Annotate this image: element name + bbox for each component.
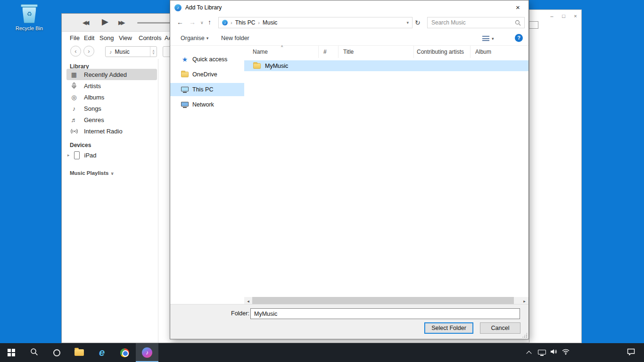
view-mode-button[interactable]: ▾ [482, 35, 496, 42]
column-header-title[interactable]: Title [339, 46, 414, 58]
taskbar-search-button[interactable] [23, 343, 45, 362]
volume-slider[interactable] [137, 22, 171, 24]
music-playlists-header[interactable]: Music Playlists∨ [70, 170, 114, 176]
scroll-left-icon[interactable]: ◂ [244, 299, 252, 304]
rewind-button[interactable]: ◀◀ [83, 19, 87, 26]
address-dropdown-icon[interactable]: ▾ [406, 20, 409, 25]
search-input[interactable] [428, 19, 515, 26]
menu-controls[interactable]: Controls [139, 34, 161, 41]
itunes-forward-button[interactable]: › [83, 46, 94, 57]
music-note-icon: ♪ [109, 49, 112, 55]
organise-menu[interactable]: Organise ▾ [181, 35, 208, 41]
nav-item-onedrive[interactable]: OneDrive [170, 68, 244, 81]
expand-chevron-icon[interactable]: ▸ [67, 153, 70, 157]
album-icon: ◎ [70, 94, 78, 101]
back-button[interactable]: ← [177, 18, 183, 26]
nav-item-this-pc[interactable]: This PC [170, 83, 244, 96]
internet-explorer-button[interactable]: e [91, 343, 113, 362]
recycle-icon: ♻ [20, 10, 39, 17]
breadcrumb-music[interactable]: Music [263, 19, 277, 26]
monitor-icon [538, 350, 546, 356]
volume-tray-button[interactable] [548, 343, 559, 362]
breadcrumb-separator-icon: › [258, 20, 260, 25]
start-button[interactable] [0, 343, 23, 362]
cortana-icon [53, 349, 60, 356]
search-box [427, 17, 525, 28]
action-center-icon [627, 348, 635, 357]
column-header-album[interactable]: Album [471, 46, 529, 58]
background-window: – □ × [529, 9, 582, 343]
forward-button[interactable]: → [189, 18, 196, 26]
play-button[interactable]: ▶ [102, 16, 108, 27]
scroll-right-icon[interactable]: ▸ [520, 299, 528, 304]
chrome-button[interactable] [113, 343, 136, 362]
menu-edit[interactable]: Edit [84, 34, 94, 41]
media-picker-value: Music [115, 49, 150, 55]
recycle-bin[interactable]: ♻ Recycle Bin [12, 3, 46, 31]
network-tray-button[interactable] [559, 343, 572, 362]
dialog-titlebar[interactable]: ♪ Add To Library × [170, 0, 528, 15]
sidebar-item-recently-added[interactable]: ▦ Recently Added [66, 69, 157, 80]
breadcrumb-this-pc[interactable]: This PC [235, 19, 256, 26]
dialog-footer: Folder: Select Folder Cancel [170, 304, 528, 339]
sidebar-item-songs[interactable]: ♪ Songs [66, 103, 157, 114]
recycle-bin-lid [21, 4, 38, 7]
sidebar-item-genres[interactable]: ♬ Genres [66, 114, 157, 125]
refresh-button[interactable]: ↻ [415, 19, 421, 26]
dialog-address-row: ← → ∨ ↑ ♪ › This PC › Music ▾ ↻ [170, 15, 528, 31]
maximize-button[interactable]: □ [558, 10, 570, 23]
resize-grip[interactable] [522, 332, 528, 338]
search-icon [515, 20, 521, 26]
file-row-mymusic[interactable]: MyMusic [244, 60, 528, 71]
itunes-app-icon: ♪ [174, 4, 182, 11]
menu-view[interactable]: View [119, 34, 132, 41]
address-bar[interactable]: ♪ › This PC › Music ▾ [218, 17, 413, 28]
sidebar-item-ipad[interactable]: ▸ iPad [62, 149, 158, 161]
sidebar-item-albums[interactable]: ◎ Albums [66, 91, 157, 103]
column-header-name[interactable]: Name [244, 46, 319, 58]
window-controls: – □ × [546, 10, 581, 23]
nav-item-quick-access[interactable]: ★ Quick access [170, 53, 244, 66]
details-view-icon [482, 36, 489, 41]
display-tray-button[interactable] [536, 343, 548, 362]
nav-item-network[interactable]: Network [170, 98, 244, 111]
history-dropdown-icon[interactable]: ∨ [200, 20, 204, 25]
note-icon: ♪ [70, 105, 78, 112]
folder-name-input[interactable] [250, 308, 520, 319]
show-hidden-icons-button[interactable] [523, 343, 535, 362]
action-center-button[interactable] [620, 343, 641, 362]
sidebar-item-artists[interactable]: Artists [66, 80, 157, 91]
column-header-number[interactable]: # [319, 46, 339, 58]
media-picker-dropdown[interactable]: ♪ Music ∧ ∨ [105, 46, 157, 57]
devices-header: Devices [70, 142, 91, 148]
windows-logo-icon [8, 349, 16, 357]
chevron-up-icon [526, 351, 531, 356]
wifi-icon [561, 348, 570, 357]
recycle-bin-icon: ♻ [20, 3, 39, 25]
speaker-icon [550, 348, 557, 357]
menu-song[interactable]: Song [99, 34, 114, 41]
itunes-back-button[interactable]: ‹ [70, 46, 81, 57]
file-explorer-button[interactable] [68, 343, 91, 362]
spinner-down-icon: ∨ [152, 52, 155, 54]
column-header-contributing-artists[interactable]: Contributing artists [414, 46, 471, 58]
cortana-button[interactable] [45, 343, 68, 362]
dialog-navigation-pane: ★ Quick access OneDrive This PC Network [170, 46, 244, 296]
up-button[interactable]: ↑ [208, 18, 211, 26]
select-folder-button[interactable]: Select Folder [424, 322, 473, 334]
close-icon[interactable]: × [570, 10, 581, 23]
new-folder-button[interactable]: New folder [221, 35, 249, 41]
minimize-button[interactable]: – [546, 10, 558, 23]
media-picker-spinner[interactable]: ∧ ∨ [150, 47, 157, 57]
itunes-taskbar-button[interactable]: ♪ [136, 343, 158, 362]
help-button[interactable]: ? [515, 34, 523, 42]
sidebar-item-internet-radio[interactable]: Internet Radio [66, 125, 157, 137]
close-button[interactable]: × [507, 0, 528, 14]
onedrive-folder-icon [181, 72, 189, 77]
folder-field-label: Folder: [231, 310, 249, 317]
menu-file[interactable]: File [70, 34, 80, 41]
dialog-title: Add To Library [185, 4, 222, 11]
cancel-button[interactable]: Cancel [480, 322, 520, 334]
ipad-icon [74, 151, 80, 159]
fast-forward-button[interactable]: ▶▶ [118, 19, 123, 26]
